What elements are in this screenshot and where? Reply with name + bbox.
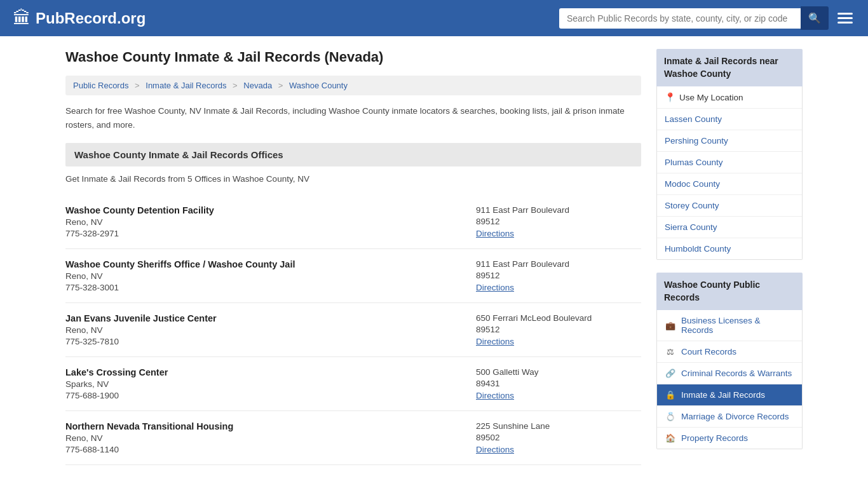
offices-list: Washoe County Detention Facility Reno, N… <box>65 195 641 465</box>
office-entry: Lake's Crossing Center Sparks, NV 775-68… <box>65 357 641 411</box>
office-city: Reno, NV <box>65 325 476 335</box>
pub-rec-item[interactable]: 🏠 Property Records <box>657 428 802 449</box>
nearby-county-item[interactable]: Lassen County <box>657 109 802 130</box>
location-icon: 📍 <box>665 92 675 102</box>
office-phone: 775-328-2971 <box>65 229 476 238</box>
pub-rec-item[interactable]: 💼 Business Licenses & Records <box>657 310 802 341</box>
office-name: Jan Evans Juvenile Justice Center <box>65 313 476 323</box>
office-name: Washoe County Sheriffs Office / Washoe C… <box>65 259 476 269</box>
office-phone: 775-328-3001 <box>65 283 476 292</box>
office-right-2: 650 Ferrari McLeod Boulevard 89512 Direc… <box>476 313 641 346</box>
nearby-counties-list: 📍 Use My Location Lassen CountyPershing … <box>656 86 803 260</box>
nearby-county-item[interactable]: Storey County <box>657 195 802 217</box>
office-left-2: Jan Evans Juvenile Justice Center Reno, … <box>65 313 476 346</box>
breadcrumb-washoe[interactable]: Washoe County <box>289 81 348 90</box>
pub-rec-link[interactable]: Business Licenses & Records <box>681 316 794 335</box>
pub-rec-item[interactable]: 🔒 Inmate & Jail Records <box>657 384 802 406</box>
breadcrumb-sep-2: > <box>233 81 238 90</box>
office-right-1: 911 East Parr Boulevard 89512 Directions <box>476 259 641 292</box>
pub-rec-item[interactable]: 💍 Marriage & Divorce Records <box>657 406 802 428</box>
pub-rec-link[interactable]: Property Records <box>681 433 748 443</box>
office-left-0: Washoe County Detention Facility Reno, N… <box>65 205 476 238</box>
breadcrumb-sep-3: > <box>278 81 283 90</box>
pub-rec-icon: 🏠 <box>665 433 676 443</box>
office-address: 911 East Parr Boulevard <box>476 205 641 215</box>
nearby-county-link[interactable]: Humboldt County <box>665 244 731 254</box>
pub-rec-link[interactable]: Criminal Records & Warrants <box>681 369 792 378</box>
pub-rec-icon: 💼 <box>665 321 676 330</box>
page-title: Washoe County Inmate & Jail Records (Nev… <box>65 49 641 65</box>
pub-rec-item-inner: 💍 Marriage & Divorce Records <box>665 412 794 421</box>
menu-line-2 <box>837 17 853 19</box>
logo-icon: 🏛 <box>13 8 31 29</box>
office-zip: 89512 <box>476 325 641 334</box>
pub-rec-item[interactable]: ⚖ Court Records <box>657 341 802 363</box>
office-name: Lake's Crossing Center <box>65 367 476 377</box>
search-icon: 🔍 <box>808 13 821 24</box>
logo[interactable]: 🏛 PubRecord.org <box>13 8 146 29</box>
office-city: Reno, NV <box>65 433 476 443</box>
office-name: Northern Nevada Transitional Housing <box>65 421 476 431</box>
office-zip: 89502 <box>476 433 641 442</box>
nearby-county-item[interactable]: Sierra County <box>657 217 802 238</box>
offices-count: Get Inmate & Jail Records from 5 Offices… <box>65 174 641 184</box>
directions-link[interactable]: Directions <box>476 283 514 292</box>
pub-rec-item-inner: 💼 Business Licenses & Records <box>665 316 794 335</box>
office-city: Sparks, NV <box>65 379 476 389</box>
nearby-county-link[interactable]: Storey County <box>665 201 719 210</box>
use-location-label: Use My Location <box>679 93 743 102</box>
public-records-section-header: Washoe County Public Records <box>656 273 803 310</box>
office-entry: Jan Evans Juvenile Justice Center Reno, … <box>65 303 641 357</box>
pub-rec-icon: 🔗 <box>665 369 676 378</box>
nearby-county-link[interactable]: Lassen County <box>665 114 722 124</box>
nearby-county-item[interactable]: Plumas County <box>657 152 802 173</box>
menu-line-3 <box>837 22 853 24</box>
breadcrumb-inmate-records[interactable]: Inmate & Jail Records <box>146 81 226 90</box>
office-entry: Washoe County Sheriffs Office / Washoe C… <box>65 249 641 303</box>
directions-link[interactable]: Directions <box>476 337 514 346</box>
nearby-county-item[interactable]: Pershing County <box>657 130 802 152</box>
nearby-county-link[interactable]: Plumas County <box>665 158 723 167</box>
pub-rec-link[interactable]: Court Records <box>681 347 736 356</box>
menu-button[interactable] <box>835 10 855 26</box>
pub-rec-item-inner: 🏠 Property Records <box>665 433 794 443</box>
pub-rec-item-inner: ⚖ Court Records <box>665 347 794 356</box>
office-phone: 775-688-1140 <box>65 445 476 454</box>
office-left-3: Lake's Crossing Center Sparks, NV 775-68… <box>65 367 476 400</box>
pub-rec-item-inner: 🔗 Criminal Records & Warrants <box>665 369 794 378</box>
directions-link[interactable]: Directions <box>476 445 514 454</box>
breadcrumb-public-records[interactable]: Public Records <box>73 81 128 90</box>
office-address: 650 Ferrari McLeod Boulevard <box>476 313 641 323</box>
office-zip: 89512 <box>476 217 641 226</box>
office-name: Washoe County Detention Facility <box>65 205 476 215</box>
nearby-county-link[interactable]: Pershing County <box>665 136 728 146</box>
pub-rec-icon: 💍 <box>665 412 676 421</box>
nearby-county-item[interactable]: Modoc County <box>657 173 802 195</box>
pub-rec-icon: 🔒 <box>665 390 676 400</box>
search-button[interactable]: 🔍 <box>801 6 829 30</box>
pub-rec-link[interactable]: Inmate & Jail Records <box>681 390 765 400</box>
office-address: 225 Sunshine Lane <box>476 421 641 431</box>
header-right: 🔍 <box>559 6 855 30</box>
office-address: 500 Galletti Way <box>476 367 641 377</box>
intro-text: Search for free Washoe County, NV Inmate… <box>65 104 641 132</box>
nearby-county-item[interactable]: Humboldt County <box>657 238 802 259</box>
breadcrumb: Public Records > Inmate & Jail Records >… <box>65 76 641 95</box>
office-right-3: 500 Galletti Way 89431 Directions <box>476 367 641 400</box>
directions-link[interactable]: Directions <box>476 229 514 238</box>
directions-link[interactable]: Directions <box>476 391 514 400</box>
nearby-county-link[interactable]: Modoc County <box>665 179 720 189</box>
pub-rec-item[interactable]: 🔗 Criminal Records & Warrants <box>657 363 802 384</box>
nearby-county-link[interactable]: Sierra County <box>665 222 717 232</box>
main-container: Washoe County Inmate & Jail Records (Nev… <box>53 36 815 478</box>
office-phone: 775-688-1900 <box>65 391 476 400</box>
office-address: 911 East Parr Boulevard <box>476 259 641 269</box>
office-city: Reno, NV <box>65 217 476 227</box>
office-phone: 775-325-7810 <box>65 337 476 346</box>
search-input[interactable] <box>559 8 801 29</box>
menu-line-1 <box>837 13 853 15</box>
pub-rec-link[interactable]: Marriage & Divorce Records <box>681 412 789 421</box>
offices-section-header: Washoe County Inmate & Jail Records Offi… <box>65 143 641 166</box>
use-location-item[interactable]: 📍 Use My Location <box>657 86 802 109</box>
breadcrumb-nevada[interactable]: Nevada <box>243 81 272 90</box>
